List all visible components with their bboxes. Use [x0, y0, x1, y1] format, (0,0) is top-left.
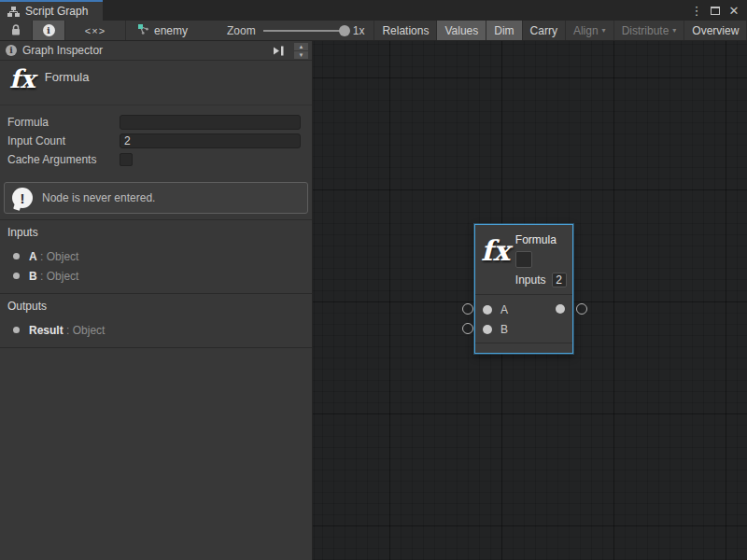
formula-field-row: Formula [7, 113, 301, 132]
list-item: B : Object [7, 266, 304, 286]
node-title-block: fx Formula [0, 61, 312, 105]
input-port-b[interactable]: B [475, 319, 572, 339]
fx-icon: fx [481, 237, 510, 294]
inspector-title: Graph Inspector [22, 44, 103, 57]
panel-stepper: ▲ ▼ [294, 43, 308, 59]
values-button[interactable]: Values [437, 21, 486, 40]
port-dot-icon[interactable] [483, 305, 492, 315]
external-port-ring-b[interactable] [462, 323, 473, 334]
info-icon: i [6, 45, 17, 56]
script-graph-asset-icon [137, 23, 149, 38]
maximize-icon[interactable] [708, 3, 723, 18]
port-bullet-icon [13, 273, 20, 279]
input-count-input[interactable] [120, 133, 301, 148]
formula-node-footer [475, 343, 572, 353]
dim-button[interactable]: Dim [486, 21, 522, 40]
window-menu-icon[interactable]: ⋮ [689, 3, 704, 18]
formula-node-body: A B [475, 295, 572, 343]
close-icon[interactable]: ✕ [726, 3, 741, 18]
list-item: A : Object [7, 246, 304, 266]
toolbar-left-group: i <×> [0, 21, 126, 40]
port-bullet-icon [13, 253, 20, 259]
list-item: Result : Object [7, 320, 304, 340]
graph-canvas[interactable]: fx Formula Inputs 2 A [313, 41, 747, 560]
graph-reference[interactable]: enemy [126, 21, 199, 40]
zoom-slider[interactable] [263, 30, 345, 32]
dock-panel-icon[interactable] [273, 46, 285, 56]
cache-arguments-label: Cache Arguments [7, 153, 120, 166]
inputs-section: Inputs A : Object B : Object [0, 219, 312, 293]
zoom-value: 1x [353, 24, 365, 37]
chevron-down-icon: ▾ [672, 26, 676, 35]
warning-text: Node is never entered. [42, 191, 155, 204]
warning-box: ! Node is never entered. [4, 182, 308, 214]
window-controls: ⋮ ✕ [689, 0, 747, 21]
tab-script-graph[interactable]: Script Graph [0, 0, 103, 21]
graph-reference-label: enemy [154, 24, 188, 37]
zoom-control: Zoom 1x [199, 21, 374, 40]
chevron-down-icon: ▾ [602, 26, 606, 35]
formula-label: Formula [7, 116, 120, 129]
carry-button[interactable]: Carry [523, 21, 566, 40]
inspector-empty-area [0, 347, 312, 560]
stepper-up-icon[interactable]: ▲ [294, 43, 308, 50]
graph-hierarchy-icon [7, 7, 20, 17]
input-count-label: Input Count [7, 134, 120, 147]
outputs-header: Outputs [7, 300, 304, 313]
formula-input[interactable] [120, 115, 301, 130]
inspector-header: i Graph Inspector ▲ ▼ [0, 41, 312, 61]
node-inputs-count[interactable]: 2 [552, 273, 567, 287]
relations-button[interactable]: Relations [374, 21, 437, 40]
zoom-slider-handle[interactable] [339, 25, 350, 36]
overview-button[interactable]: Overview [684, 21, 747, 40]
lock-icon[interactable] [0, 21, 32, 40]
port-dot-icon[interactable] [483, 325, 492, 334]
formula-node[interactable]: fx Formula Inputs 2 A [474, 224, 573, 354]
distribute-dropdown[interactable]: Distribute ▾ [614, 21, 685, 40]
formula-node-header[interactable]: fx Formula Inputs 2 [475, 225, 572, 294]
graph-toolbar: i <×> enemy Zoom 1x Relations Values Dim… [0, 21, 747, 41]
output-port-result[interactable] [556, 304, 565, 314]
info-icon: i [43, 24, 55, 36]
port-bullet-icon [13, 327, 20, 333]
cache-arguments-row: Cache Arguments [7, 150, 301, 169]
input-count-field-row: Input Count [7, 132, 301, 150]
warning-icon: ! [12, 188, 33, 208]
node-title: Formula [515, 233, 567, 246]
fx-icon: fx [9, 66, 35, 91]
cache-arguments-checkbox[interactable] [120, 153, 133, 166]
stepper-down-icon[interactable]: ▼ [294, 51, 308, 59]
code-icon: <×> [85, 25, 106, 36]
align-dropdown[interactable]: Align ▾ [566, 21, 614, 40]
code-preview-button[interactable]: <×> [65, 21, 125, 40]
toolbar-right-group: Relations Values Dim Carry Align ▾ Distr… [374, 21, 747, 40]
inspector-toggle-button[interactable]: i [33, 21, 64, 40]
inspector-node-title: Formula [45, 70, 90, 84]
inspector-fields: Formula Input Count Cache Arguments [0, 105, 312, 173]
tab-label: Script Graph [25, 5, 88, 18]
external-port-ring-result[interactable] [576, 303, 587, 315]
node-formula-input[interactable] [515, 251, 532, 268]
external-port-ring-a[interactable] [462, 303, 473, 315]
node-inputs-label: Inputs [515, 273, 546, 287]
tab-strip: Script Graph ⋮ ✕ [0, 0, 747, 21]
outputs-section: Outputs Result : Object [0, 293, 312, 347]
script-graph-window: Script Graph ⋮ ✕ i <×> [0, 0, 747, 560]
zoom-label: Zoom [227, 24, 256, 37]
inputs-header: Inputs [7, 226, 304, 239]
graph-inspector-panel: i Graph Inspector ▲ ▼ fx Formula Formula [0, 41, 313, 560]
